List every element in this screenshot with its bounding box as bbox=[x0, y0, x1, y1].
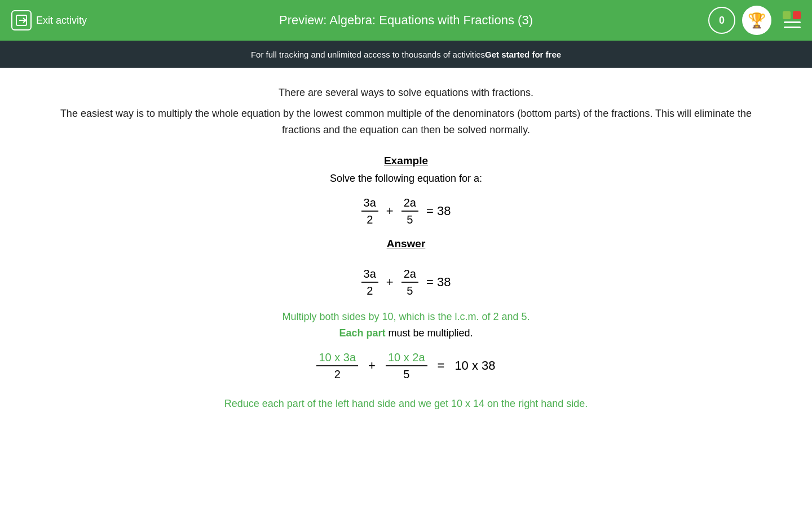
banner: For full tracking and unlimited access t… bbox=[0, 41, 812, 68]
exit-button[interactable]: Exit activity bbox=[11, 10, 87, 30]
mult-rhs: 10 x 38 bbox=[454, 358, 495, 373]
ans-frac1-num: 3a bbox=[361, 267, 378, 283]
ans-op1: + bbox=[386, 275, 394, 290]
mult-equals: = bbox=[438, 358, 445, 373]
multiply-note: Multiply both sides by 10, which is the … bbox=[45, 311, 767, 323]
mult-frac1-den: 2 bbox=[332, 366, 343, 381]
equals: = 38 bbox=[426, 204, 451, 218]
answer-heading: Answer bbox=[387, 238, 426, 250]
ans-frac2-den: 5 bbox=[404, 283, 415, 297]
intro-line1: There are several ways to solve equation… bbox=[45, 85, 767, 101]
frac1: 3a 2 bbox=[361, 196, 378, 226]
ans-frac1-den: 2 bbox=[364, 283, 375, 297]
answer-equation: 3a 2 + 2a 5 = 38 bbox=[45, 267, 767, 297]
mult-frac2-den: 5 bbox=[401, 366, 412, 381]
mult-frac1: 10 x 3a 2 bbox=[316, 351, 358, 381]
reduce-note: Reduce each part of the left hand side a… bbox=[45, 398, 767, 410]
example-heading: Example bbox=[384, 155, 428, 167]
page-title: Preview: Algebra: Equations with Fractio… bbox=[279, 13, 533, 28]
header: Exit activity Preview: Algebra: Equation… bbox=[0, 0, 812, 41]
each-part-rest: must be multiplied. bbox=[388, 327, 473, 339]
main-content: There are several ways to solve equation… bbox=[0, 68, 812, 427]
puzzle-sq-green bbox=[783, 11, 791, 19]
exit-icon bbox=[11, 10, 32, 30]
ans-frac1: 3a 2 bbox=[361, 267, 378, 297]
frac1-num: 3a bbox=[361, 196, 378, 212]
example-equation: 3a 2 + 2a 5 = 38 bbox=[45, 196, 767, 226]
trophy-icon: 🏆 bbox=[748, 12, 766, 29]
mult-op1: + bbox=[368, 358, 376, 373]
exit-label: Exit activity bbox=[36, 15, 87, 27]
op1: + bbox=[386, 204, 394, 218]
score-badge: 0 bbox=[708, 7, 735, 34]
puzzle-sq-red bbox=[793, 11, 801, 19]
answer-section: Answer 3a 2 + 2a 5 = 38 Multiply both si… bbox=[45, 238, 767, 410]
frac2-den: 5 bbox=[404, 212, 415, 226]
banner-text: For full tracking and unlimited access t… bbox=[251, 50, 485, 59]
trophy-button[interactable]: 🏆 bbox=[742, 6, 771, 35]
each-part-note: Each part must be multiplied. bbox=[45, 327, 767, 339]
ans-frac2: 2a 5 bbox=[401, 267, 418, 297]
header-right: 0 🏆 bbox=[708, 6, 801, 35]
score-value: 0 bbox=[719, 15, 725, 27]
mult-frac2: 10 x 2a 5 bbox=[386, 351, 427, 381]
example-section: Example Solve the following equation for… bbox=[45, 155, 767, 226]
ans-frac2-num: 2a bbox=[401, 267, 418, 283]
frac2-num: 2a bbox=[401, 196, 418, 212]
puzzle-icon-area bbox=[783, 11, 801, 29]
solve-line: Solve the following equation for a: bbox=[45, 173, 767, 185]
mult-equation: 10 x 3a 2 + 10 x 2a 5 = 10 x 38 bbox=[45, 351, 767, 381]
ans-equals: = 38 bbox=[426, 275, 451, 290]
intro-text: There are several ways to solve equation… bbox=[45, 85, 767, 138]
mult-frac1-num: 10 x 3a bbox=[316, 351, 358, 366]
mult-frac2-num: 10 x 2a bbox=[386, 351, 427, 366]
puzzle-line-2 bbox=[784, 27, 801, 28]
puzzle-line-1 bbox=[784, 21, 801, 23]
frac1-den: 2 bbox=[364, 212, 375, 226]
frac2: 2a 5 bbox=[401, 196, 418, 226]
each-part-label: Each part bbox=[339, 327, 385, 339]
banner-link[interactable]: Get started for free bbox=[485, 50, 561, 59]
intro-line2: The easiest way is to multiply the whole… bbox=[45, 106, 767, 138]
